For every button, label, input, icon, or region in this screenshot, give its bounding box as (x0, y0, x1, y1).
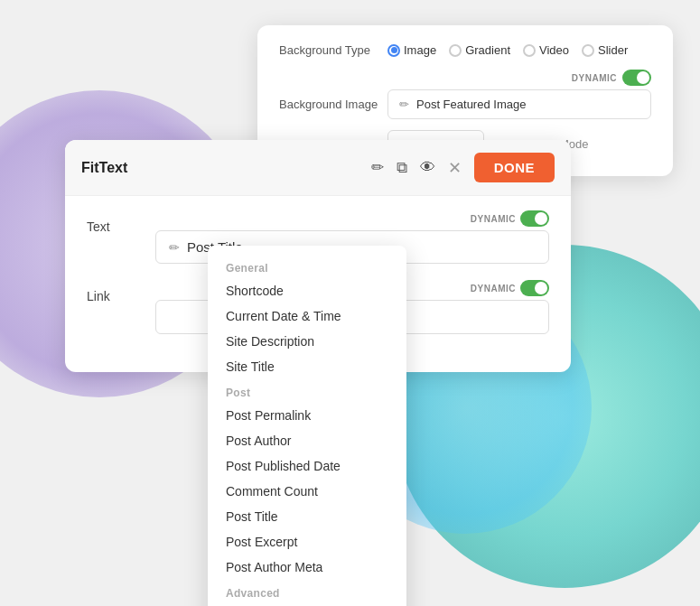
pencil-icon-header[interactable]: ✏ (371, 158, 384, 177)
bg-image-value: Post Featured Image (416, 98, 526, 111)
eye-icon-header[interactable]: 👁 (420, 159, 435, 177)
dropdown-item[interactable]: Shortcode (208, 278, 406, 303)
link-label: Link (87, 280, 141, 303)
dropdown-item[interactable]: Post Permalink (208, 403, 406, 428)
text-dynamic-row: DYNAMIC (155, 210, 549, 227)
radio-video[interactable]: Video (523, 43, 569, 57)
bg-type-label: Background Type (279, 43, 378, 57)
radio-slider-circle (582, 44, 594, 57)
radio-group: Image Gradient Video Slider (387, 43, 628, 57)
bg-image-label: Background Image (279, 98, 378, 111)
dynamic-label-bg: DYNAMIC (572, 73, 617, 83)
bg-type-row: Background Type Image Gradient Video Sli… (279, 43, 651, 57)
text-label: Text (87, 210, 141, 234)
dynamic-toggle-text[interactable] (520, 210, 549, 227)
dynamic-toggle-row: DYNAMIC (279, 70, 651, 86)
radio-slider-label: Slider (598, 43, 628, 57)
image-input-row: Background Image ✏ Post Featured Image (279, 89, 651, 119)
dropdown-item[interactable]: Site Title (208, 354, 406, 379)
bg-image-row: DYNAMIC Background Image ✏ Post Featured… (279, 70, 651, 119)
radio-image[interactable]: Image (387, 43, 436, 57)
fittext-header: FitText ✏ ⧉ 👁 ✕ DONE (65, 140, 571, 196)
radio-image-circle (387, 44, 400, 57)
dynamic-toggle-link[interactable] (520, 280, 549, 296)
dropdown-item[interactable]: Post Title (208, 504, 406, 529)
pencil-icon-text: ✏ (169, 240, 180, 255)
radio-image-label: Image (404, 43, 436, 57)
radio-video-circle (523, 44, 536, 57)
radio-gradient-label: Gradient (465, 43, 510, 57)
dropdown-item[interactable]: Post Author Meta (208, 555, 406, 580)
close-icon-header[interactable]: ✕ (448, 158, 462, 178)
dropdown-item[interactable]: Post Excerpt (208, 529, 406, 555)
radio-gradient-circle (449, 44, 462, 57)
dropdown-item[interactable]: Current Date & Time (208, 303, 406, 329)
dropdown-item[interactable]: Post Published Date (208, 453, 406, 479)
dynamic-label-text: DYNAMIC (471, 214, 516, 224)
pencil-icon-bg: ✏ (399, 98, 409, 111)
done-button[interactable]: DONE (474, 153, 555, 182)
dropdown-item[interactable]: Comment Count (208, 479, 406, 504)
dropdown-category-advanced: Advanced (208, 580, 406, 603)
dynamic-label-link: DYNAMIC (471, 284, 516, 294)
dropdown-category-post: Post (208, 379, 406, 403)
dynamic-toggle-bg[interactable] (622, 70, 651, 86)
radio-video-label: Video (539, 43, 569, 57)
bg-image-input[interactable]: ✏ Post Featured Image (387, 89, 651, 119)
dropdown-menu: GeneralShortcodeCurrent Date & TimeSite … (208, 246, 406, 606)
copy-icon-header[interactable]: ⧉ (397, 159, 407, 177)
fittext-title: FitText (81, 160, 127, 176)
dropdown-item[interactable]: Post Author (208, 428, 406, 453)
radio-gradient[interactable]: Gradient (449, 43, 510, 57)
radio-slider[interactable]: Slider (582, 43, 628, 57)
dropdown-category-general: General (208, 255, 406, 278)
dropdown-item[interactable]: Site Description (208, 329, 406, 354)
